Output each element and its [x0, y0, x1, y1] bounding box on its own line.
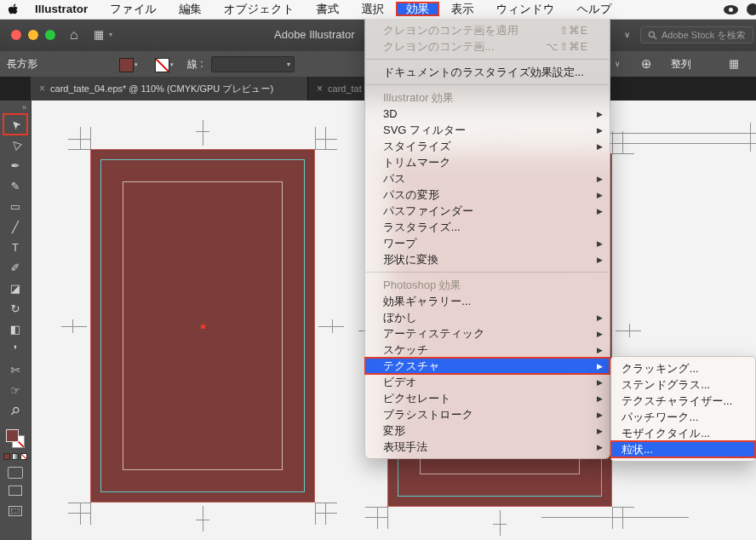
color-button[interactable]: [3, 453, 10, 460]
trim-mark: [80, 127, 81, 149]
artboard-icon[interactable]: [9, 506, 22, 516]
menubar-window[interactable]: ウィンドウ: [487, 3, 564, 15]
panel-collapse-icon[interactable]: »: [0, 101, 31, 114]
submenu-item-stained-glass[interactable]: ステンドグラス...: [611, 376, 755, 393]
selected-object-label: 長方形: [7, 51, 37, 77]
selection-tool[interactable]: ➤: [3, 114, 27, 135]
trim-mark: [612, 507, 613, 529]
submenu-arrow-icon: ▶: [593, 126, 603, 135]
menubar-illustrator[interactable]: Illustrator: [26, 3, 97, 15]
menu-item-pixelate[interactable]: ピクセレート ▶: [365, 390, 610, 406]
fill-dropdown-icon[interactable]: ▾: [135, 61, 138, 68]
options-chevron-icon[interactable]: ∨: [615, 51, 621, 77]
panel-grid-icon[interactable]: ▦: [729, 51, 741, 77]
gradient-tool[interactable]: ◧: [3, 319, 27, 339]
menu-item-convert-to-shape[interactable]: 形状に変換 ▶: [365, 251, 610, 267]
artwork-card-1[interactable]: [90, 149, 315, 503]
submenu-item-texturizer[interactable]: テクスチャライザー...: [611, 393, 755, 409]
arrange-documents-icon[interactable]: ∨: [624, 19, 630, 51]
menu-item-document-raster-effects-settings[interactable]: ドキュメントのラスタライズ効果設定... ▶: [365, 64, 610, 80]
dropdown-chevron-icon: ▾: [287, 60, 290, 68]
fill-stroke-indicator[interactable]: [4, 428, 26, 450]
trim-mark: [80, 503, 81, 525]
hand-tool[interactable]: ☞: [3, 380, 27, 400]
pencil-tool[interactable]: ✎: [3, 175, 27, 196]
submenu-arrow-icon: ▶: [593, 207, 603, 215]
scissors-tool[interactable]: ✄: [3, 359, 27, 380]
tab-card-tate-04[interactable]: × card_tate_04.eps* @ 110% (CMYK/GPU プレビ…: [31, 77, 308, 101]
menu-item-blur[interactable]: ぼかし ▶: [365, 309, 610, 325]
menu-item-path[interactable]: パス ▶: [365, 170, 610, 187]
trim-mark: [315, 503, 316, 525]
menubar-view[interactable]: 表示: [442, 3, 484, 15]
menu-item-trim-marks[interactable]: トリムマーク ▶: [365, 154, 610, 170]
menu-item-artistic[interactable]: アーティスティック ▶: [365, 325, 610, 342]
submenu-item-grain[interactable]: 粒状...: [611, 441, 755, 457]
menubar-edit[interactable]: 編集: [169, 3, 211, 15]
menubar-effect[interactable]: 効果: [397, 3, 438, 15]
eyedropper-tool[interactable]: ❜: [3, 339, 27, 359]
pen-tool[interactable]: ✒: [3, 155, 27, 175]
submenu-item-patchwork[interactable]: パッチワーク...: [611, 409, 755, 425]
paintbrush-tool[interactable]: ✐: [3, 257, 27, 278]
menu-item-sketch[interactable]: スケッチ ▶: [365, 342, 610, 358]
menubar-extra-icon[interactable]: [747, 3, 756, 15]
fill-swatch-toolbar[interactable]: [6, 429, 19, 442]
trim-mark: [365, 507, 387, 508]
rectangle-tool[interactable]: ▭: [3, 196, 27, 216]
home-icon[interactable]: ⌂: [70, 19, 78, 51]
menu-item-3d[interactable]: 3D ▶: [365, 106, 610, 122]
type-tool[interactable]: T: [3, 237, 27, 257]
workspace-chevron-icon[interactable]: ▾: [109, 19, 112, 51]
menu-item-stylize[interactable]: スタイライズ ▶: [365, 138, 610, 154]
trim-mark: [203, 120, 203, 146]
submenu-item-craquelure[interactable]: クラッキング...: [611, 360, 755, 376]
screen-mode-button[interactable]: [9, 485, 22, 496]
window-zoom-button[interactable]: [45, 30, 55, 40]
menu-item-rasterize[interactable]: ラスタライズ... ▶: [365, 219, 610, 235]
menubar-file[interactable]: ファイル: [100, 3, 166, 15]
window-close-button[interactable]: [11, 30, 21, 40]
eraser-tool[interactable]: ◪: [3, 278, 27, 298]
menubar-help[interactable]: ヘルプ: [567, 3, 621, 15]
fill-color-swatch[interactable]: [119, 58, 134, 72]
rotate-tool[interactable]: ↻: [3, 298, 27, 319]
menu-item-texture[interactable]: テクスチャ ▶: [365, 358, 610, 374]
direct-selection-tool[interactable]: ▷: [3, 135, 27, 155]
close-icon[interactable]: ×: [317, 83, 323, 95]
tab-card-tate-other[interactable]: × card_tat: [308, 77, 369, 101]
screen-status-icon[interactable]: [724, 5, 738, 14]
menu-item-warp[interactable]: ワープ ▶: [365, 235, 610, 251]
line-segment-tool[interactable]: ╱: [3, 216, 27, 237]
menubar-select[interactable]: 選択: [352, 3, 393, 15]
menu-item-brush-strokes[interactable]: ブラシストローク ▶: [365, 406, 610, 422]
draw-mode-button[interactable]: [8, 467, 23, 479]
gradient-button[interactable]: [12, 453, 19, 460]
globe-icon[interactable]: ⊕: [641, 51, 652, 77]
apple-icon[interactable]: [0, 3, 26, 16]
close-icon[interactable]: ×: [39, 83, 45, 95]
align-label[interactable]: 整列: [671, 51, 691, 77]
texture-submenu: クラッキング... ステンドグラス... テクスチャライザー... パッチワーク…: [610, 356, 756, 462]
menu-item-svg-filters[interactable]: SVG フィルター ▶: [365, 122, 610, 138]
stroke-dropdown-icon[interactable]: ▾: [170, 61, 174, 68]
menu-item-stylize-ps[interactable]: 表現手法 ▶: [365, 439, 610, 455]
zoom-tool[interactable]: ⚲: [3, 400, 27, 421]
window-minimize-button[interactable]: [28, 30, 38, 40]
workspace-switcher-icon[interactable]: ▦: [94, 19, 104, 51]
none-button[interactable]: [20, 453, 27, 460]
search-placeholder: Adobe Stock を検索: [662, 29, 746, 42]
submenu-item-mosaic-tiles[interactable]: モザイクタイル...: [611, 425, 755, 441]
menu-item-effect-gallery[interactable]: 効果ギャラリー... ▶: [365, 293, 610, 309]
menu-item-distort[interactable]: 変形 ▶: [365, 422, 610, 439]
trim-mark: [68, 503, 90, 503]
submenu-arrow-icon: ▶: [593, 378, 603, 387]
stock-search-field[interactable]: Adobe Stock を検索: [640, 26, 753, 43]
stroke-color-swatch[interactable]: [155, 58, 169, 72]
menu-item-distort-and-transform[interactable]: パスの変形 ▶: [365, 187, 610, 203]
menubar-object[interactable]: オブジェクト: [215, 3, 304, 15]
stroke-weight-dropdown[interactable]: ▾: [211, 56, 295, 72]
menubar-type[interactable]: 書式: [307, 3, 349, 15]
menu-item-video[interactable]: ビデオ ▶: [365, 374, 610, 390]
menu-item-pathfinder[interactable]: パスファインダー ▶: [365, 203, 610, 219]
